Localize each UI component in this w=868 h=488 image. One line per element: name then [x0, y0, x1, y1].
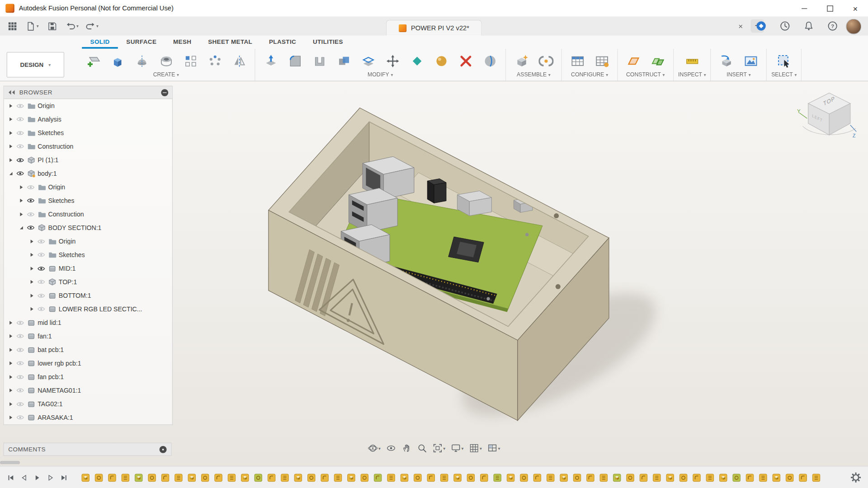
- timeline-feature-icon[interactable]: [572, 473, 582, 482]
- midplane-button[interactable]: [646, 51, 669, 71]
- timeline-feature-icon[interactable]: [759, 473, 768, 482]
- viewports-button[interactable]: ▾: [485, 441, 502, 455]
- timeline-feature-icon[interactable]: [240, 473, 250, 482]
- hidden-eye-icon[interactable]: [15, 333, 25, 339]
- select-window-button[interactable]: [773, 51, 795, 71]
- physical-material-button[interactable]: [430, 51, 452, 71]
- visibility-eye-icon[interactable]: [15, 157, 25, 163]
- timeline-feature-icon[interactable]: [174, 473, 183, 482]
- joint-button[interactable]: [535, 51, 557, 71]
- timeline-feature-icon[interactable]: [798, 473, 808, 482]
- shell-button[interactable]: [308, 51, 330, 71]
- browser-item-construction[interactable]: Construction: [4, 140, 172, 153]
- hidden-eye-icon[interactable]: [15, 360, 25, 366]
- skip-end-button[interactable]: [57, 470, 70, 485]
- timeline-feature-icon[interactable]: [413, 473, 422, 482]
- timeline-feature-icon[interactable]: [785, 473, 794, 482]
- ribbon-tab-plastic[interactable]: PLASTIC: [261, 35, 305, 48]
- collapsed-arrow-icon[interactable]: [7, 158, 14, 163]
- visibility-eye-icon[interactable]: [26, 197, 36, 203]
- timeline-feature-icon[interactable]: [214, 473, 223, 482]
- measure-button[interactable]: [681, 51, 703, 71]
- offset-face-button[interactable]: [357, 51, 379, 71]
- ribbon-group-label-assemble[interactable]: ASSEMBLE: [517, 71, 551, 77]
- timeline-feature-icon[interactable]: [347, 473, 356, 482]
- hidden-eye-icon[interactable]: [37, 306, 46, 312]
- save-button[interactable]: [43, 18, 61, 33]
- browser-item-construction[interactable]: Construction: [4, 207, 172, 221]
- collapsed-arrow-icon[interactable]: [7, 131, 14, 136]
- collapsed-arrow-icon[interactable]: [7, 375, 14, 380]
- hole-button[interactable]: [155, 51, 177, 71]
- rectangular-pattern-button[interactable]: [179, 51, 202, 71]
- hidden-eye-icon[interactable]: [15, 130, 25, 136]
- timeline-feature-icon[interactable]: [121, 473, 130, 482]
- hidden-eye-icon[interactable]: [15, 374, 25, 380]
- visibility-eye-icon[interactable]: [37, 265, 46, 271]
- collapsed-arrow-icon[interactable]: [18, 185, 24, 190]
- timeline-feature-icon[interactable]: [599, 473, 609, 482]
- expanded-arrow-icon[interactable]: [7, 171, 14, 176]
- close-document-tab-button[interactable]: ×: [735, 20, 746, 31]
- new-component-button[interactable]: [510, 51, 533, 71]
- fit-button[interactable]: ▾: [430, 441, 448, 455]
- hidden-eye-icon[interactable]: [15, 116, 25, 122]
- collapsed-arrow-icon[interactable]: [7, 320, 14, 325]
- timeline-feature-icon[interactable]: [134, 473, 143, 482]
- browser-item-origin[interactable]: Origin: [4, 99, 172, 113]
- ribbon-tab-utilities[interactable]: UTILITIES: [305, 35, 352, 48]
- step-forward-button[interactable]: [44, 470, 57, 485]
- insert-derive-button[interactable]: [715, 51, 737, 71]
- browser-item-fan-1[interactable]: fan:1: [4, 329, 172, 343]
- browser-item-bat-pcb-1[interactable]: bat pcb:1: [4, 343, 172, 357]
- ribbon-group-label-insert[interactable]: INSERT: [726, 71, 750, 77]
- browser-item-origin[interactable]: Origin: [4, 180, 172, 194]
- visibility-eye-icon[interactable]: [26, 225, 36, 230]
- timeline-feature-icon[interactable]: [373, 473, 382, 482]
- collapsed-arrow-icon[interactable]: [7, 117, 14, 122]
- timeline-feature-icon[interactable]: [400, 473, 409, 482]
- browser-item-lower-rgb-pcb-1[interactable]: lower rgb pcb:1: [4, 357, 172, 370]
- timeline-feature-icon[interactable]: [665, 473, 675, 482]
- play-button[interactable]: [31, 470, 43, 485]
- mirror-button[interactable]: [228, 51, 250, 71]
- ribbon-tab-sheet-metal[interactable]: SHEET METAL: [200, 35, 261, 48]
- timeline-feature-icon[interactable]: [426, 473, 436, 482]
- delete-button[interactable]: [454, 51, 476, 71]
- collapsed-arrow-icon[interactable]: [18, 198, 24, 203]
- app-grid-button[interactable]: [3, 18, 21, 33]
- timeline-feature-icon[interactable]: [147, 473, 157, 482]
- display-settings-button[interactable]: ▾: [448, 441, 466, 455]
- collapsed-arrow-icon[interactable]: [7, 415, 14, 420]
- timeline-feature-icon[interactable]: [108, 473, 117, 482]
- browser-item-origin[interactable]: Origin: [4, 235, 172, 248]
- move-copy-button[interactable]: [382, 51, 404, 71]
- comments-toggle-button[interactable]: [160, 446, 167, 453]
- ribbon-group-label-configure[interactable]: CONFIGURE: [571, 71, 608, 77]
- collapsed-arrow-icon[interactable]: [28, 307, 35, 312]
- minimize-button[interactable]: [792, 0, 817, 17]
- hidden-eye-icon[interactable]: [15, 387, 25, 393]
- browser-item-body-1[interactable]: body:1: [4, 167, 172, 180]
- browser-item-sketches[interactable]: Sketches: [4, 126, 172, 140]
- timeline-feature-icon[interactable]: [652, 473, 661, 482]
- timeline-feature-icon[interactable]: [692, 473, 702, 482]
- expanded-arrow-icon[interactable]: [18, 225, 24, 230]
- collapsed-arrow-icon[interactable]: [7, 402, 14, 407]
- timeline-feature-icon[interactable]: [160, 473, 170, 482]
- pan-button[interactable]: [399, 441, 414, 455]
- undo-button[interactable]: ▾: [63, 18, 81, 33]
- timeline-feature-icon[interactable]: [718, 473, 728, 482]
- timeline-feature-icon[interactable]: [586, 473, 595, 482]
- hidden-eye-icon[interactable]: [15, 401, 25, 407]
- revolve-button[interactable]: [131, 51, 153, 71]
- collapsed-arrow-icon[interactable]: [28, 253, 35, 258]
- collapsed-arrow-icon[interactable]: [7, 388, 14, 393]
- grid-display-button[interactable]: ▾: [467, 441, 484, 455]
- hidden-eye-icon[interactable]: [26, 184, 36, 190]
- collapsed-arrow-icon[interactable]: [28, 293, 35, 298]
- timeline-feature-icon[interactable]: [200, 473, 210, 482]
- collapsed-arrow-icon[interactable]: [7, 361, 14, 366]
- document-tab[interactable]: POWER PI V2 v22*: [386, 20, 482, 36]
- browser-item-arasaka-1[interactable]: ARASAKA:1: [4, 411, 172, 424]
